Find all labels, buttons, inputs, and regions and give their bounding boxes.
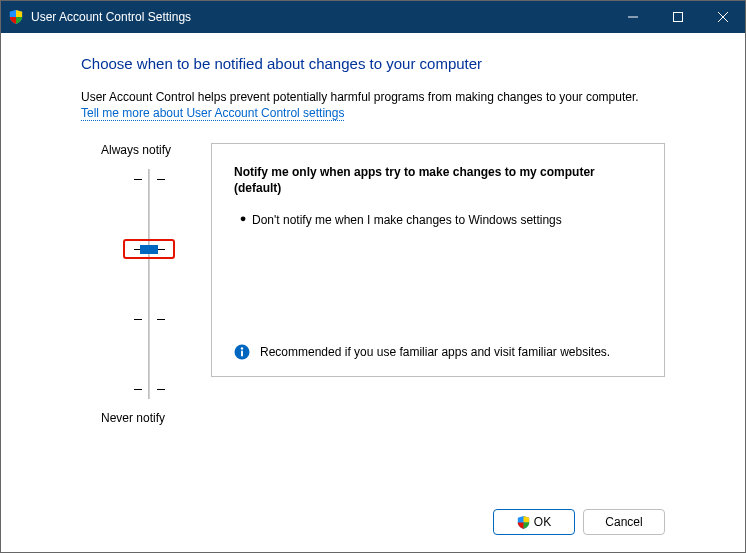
close-button[interactable] [700,1,745,33]
page-description: User Account Control helps prevent poten… [81,90,665,104]
ok-button[interactable]: OK [493,509,575,535]
panel-title: Notify me only when apps try to make cha… [234,164,642,196]
mid-row: Always notify Never notify Not [81,143,665,425]
slider-track [148,169,150,399]
slider-tick [157,389,165,390]
slider-tick [134,179,142,180]
uac-shield-icon [517,516,530,529]
info-icon [234,344,250,360]
highlight-box [123,239,175,259]
svg-rect-3 [241,350,243,356]
slider-label-bottom: Never notify [101,411,211,425]
recommend-text: Recommended if you use familiar apps and… [260,344,610,360]
panel-bullet-row: ● Don't notify me when I make changes to… [234,212,642,228]
window: User Account Control Settings Choose whe… [0,0,746,553]
slider-tick [157,179,165,180]
maximize-button[interactable] [655,1,700,33]
uac-shield-icon [9,10,23,24]
slider-tick [157,319,165,320]
panel-bullet-text: Don't notify me when I make changes to W… [252,212,562,228]
page-heading: Choose when to be notified about changes… [81,55,665,72]
slider-label-top: Always notify [101,143,211,157]
content-area: Choose when to be notified about changes… [1,33,745,492]
ok-button-label: OK [534,515,551,529]
minimize-button[interactable] [610,1,655,33]
bullet-icon: ● [234,212,252,224]
svg-point-2 [241,347,243,349]
slider-tick [134,319,142,320]
recommend-row: Recommended if you use familiar apps and… [234,344,642,360]
learn-more-link[interactable]: Tell me more about User Account Control … [81,106,344,121]
details-panel: Notify me only when apps try to make cha… [211,143,665,377]
titlebar: User Account Control Settings [1,1,745,33]
cancel-button[interactable]: Cancel [583,509,665,535]
slider-tick [134,389,142,390]
slider-column: Always notify Never notify [81,143,211,425]
svg-rect-0 [673,13,682,22]
notification-slider[interactable] [109,169,189,399]
footer: OK Cancel [1,492,745,552]
window-title: User Account Control Settings [31,10,610,24]
cancel-button-label: Cancel [605,515,642,529]
